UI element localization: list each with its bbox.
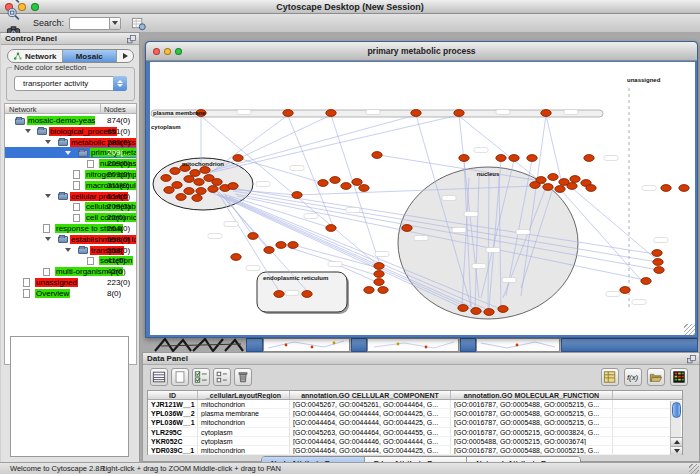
tree-row-primary-metabo[interactable]: primary metabo209(...	[5, 147, 136, 158]
network-node[interactable]	[567, 183, 577, 190]
network-node[interactable]	[364, 287, 374, 294]
resize-grip-icon[interactable]	[689, 464, 699, 474]
expand-arrow-icon[interactable]	[45, 140, 51, 144]
network-node[interactable]	[586, 185, 596, 192]
network-node[interactable]	[192, 195, 202, 202]
network-node[interactable]	[509, 155, 519, 162]
network-node[interactable]	[372, 152, 382, 159]
network-graph[interactable]: plasma membranecytoplasmmitochondrionnuc…	[150, 62, 695, 335]
node-color-dropdown[interactable]: transporter activity	[14, 76, 127, 91]
network-view-titlebar[interactable]: primary metabolic process	[146, 42, 697, 61]
network-node[interactable]	[231, 254, 241, 261]
table-row[interactable]: YDR039C__1mitochondrion[GO:0044464, GO:0…	[148, 446, 682, 455]
expand-arrow-icon[interactable]	[45, 237, 51, 241]
resize-grip-icon[interactable]	[684, 324, 695, 335]
network-node[interactable]	[496, 155, 506, 162]
function-builder-icon[interactable]: f(x)	[624, 368, 642, 386]
network-node[interactable]	[543, 184, 553, 191]
scroll-up-button[interactable]	[671, 437, 682, 446]
background-window[interactable]	[367, 338, 459, 352]
network-node[interactable]	[176, 194, 186, 201]
network-node[interactable]	[458, 305, 468, 312]
network-node[interactable]	[170, 168, 180, 175]
network-node[interactable]	[378, 287, 388, 294]
background-window-edge[interactable]	[460, 338, 476, 352]
network-node[interactable]	[248, 233, 258, 240]
tree-row-multi-organism-pro[interactable]: multi-organism pro42(0)	[5, 266, 136, 277]
background-network-thumbnail[interactable]	[153, 338, 248, 352]
network-node[interactable]	[584, 155, 594, 162]
network-node[interactable]	[276, 242, 286, 249]
tree-row-cell-communicat[interactable]: cell communicat22(0)	[5, 212, 136, 223]
network-node[interactable]	[302, 291, 312, 298]
expand-arrow-icon[interactable]	[25, 129, 31, 133]
network-node[interactable]	[228, 183, 238, 190]
network-node[interactable]	[652, 250, 662, 257]
tab-overflow-arrow[interactable]	[117, 50, 133, 62]
zoom-frame-button[interactable]	[175, 48, 182, 55]
network-node[interactable]	[548, 174, 558, 181]
network-node[interactable]	[184, 188, 194, 195]
network-node[interactable]	[471, 308, 481, 315]
network-node[interactable]	[212, 179, 222, 186]
expand-arrow-icon[interactable]	[65, 151, 71, 155]
network-node[interactable]	[164, 187, 174, 194]
birds-eye-view[interactable]	[10, 336, 129, 457]
network-node[interactable]	[653, 259, 663, 266]
network-node[interactable]	[352, 179, 362, 186]
column-header[interactable]: annotation.GO CELLULAR_COMPONENT	[290, 391, 451, 399]
column-header[interactable]: annotation.GO MOLECULAR_FUNCTION	[451, 391, 613, 399]
background-window[interactable]	[263, 338, 350, 352]
tree-row-transport[interactable]: transport558(0)	[5, 245, 136, 256]
network-node[interactable]	[184, 176, 194, 183]
network-node[interactable]	[200, 167, 210, 174]
network-node[interactable]	[288, 242, 298, 249]
network-node[interactable]	[274, 291, 284, 298]
network-node[interactable]	[459, 155, 469, 162]
network-node[interactable]	[530, 182, 540, 189]
table-rows-icon[interactable]	[150, 368, 168, 386]
table-row[interactable]: YJR121W__1mitochondrion[GO:0045267, GO:0…	[148, 400, 682, 409]
network-node[interactable]	[374, 263, 384, 270]
network-node[interactable]	[654, 267, 664, 274]
network-node[interactable]	[641, 278, 651, 285]
network-node[interactable]	[194, 179, 204, 186]
float-panel-icon[interactable]	[127, 35, 136, 44]
background-window-edge[interactable]	[246, 338, 263, 352]
tree-row-mosaic-demo-yeast[interactable]: mosaic-demo-yeast874(0)	[5, 115, 136, 126]
network-node[interactable]	[326, 110, 336, 117]
delete-attribute-icon[interactable]	[234, 368, 252, 386]
network-node[interactable]	[541, 110, 551, 117]
network-node[interactable]	[374, 279, 384, 286]
network-node[interactable]	[318, 180, 328, 187]
import-attributes-icon[interactable]	[647, 368, 665, 386]
tab-network[interactable]: Network	[8, 50, 63, 62]
expand-arrow-icon[interactable]	[65, 248, 71, 252]
scroll-down-button[interactable]	[671, 446, 682, 455]
tree-row-secretion[interactable]: secretion41(0)	[5, 255, 136, 266]
search-input[interactable]	[69, 17, 121, 30]
network-node[interactable]	[190, 170, 200, 177]
tree-row-overview[interactable]: Overview8(0)	[5, 288, 136, 299]
network-node[interactable]	[402, 225, 412, 232]
table-row[interactable]: YLR295Ccytoplasm[GO:0045263, GO:0044464,…	[148, 428, 682, 437]
network-node[interactable]	[454, 110, 464, 117]
network-node[interactable]	[484, 309, 494, 316]
zoom-fit-icon[interactable]	[4, 6, 23, 23]
close-frame-button[interactable]	[153, 48, 160, 55]
table-row[interactable]: YKR052Ccytoplasm[GO:0044464, GO:0044446,…	[148, 437, 682, 446]
network-node[interactable]	[172, 182, 182, 189]
tree-row-establishment-of-lo[interactable]: establishment of lo558(0)	[5, 234, 136, 245]
tree-row-macromolecule[interactable]: macromolecule311(0)	[5, 180, 136, 191]
network-edge[interactable]	[223, 194, 331, 228]
network-node[interactable]	[359, 185, 369, 192]
network-edge[interactable]	[208, 115, 331, 173]
tree-row-response-to-stimulu[interactable]: response to stimulu264(0)	[5, 223, 136, 234]
network-node[interactable]	[374, 271, 384, 278]
heatmap-icon[interactable]	[670, 368, 688, 386]
network-edge[interactable]	[546, 115, 561, 180]
network-node[interactable]	[661, 185, 671, 192]
column-header[interactable]: _cellularLayoutRegion	[198, 391, 290, 399]
attribute-table-icon[interactable]	[601, 368, 619, 386]
network-node[interactable]	[283, 110, 293, 117]
